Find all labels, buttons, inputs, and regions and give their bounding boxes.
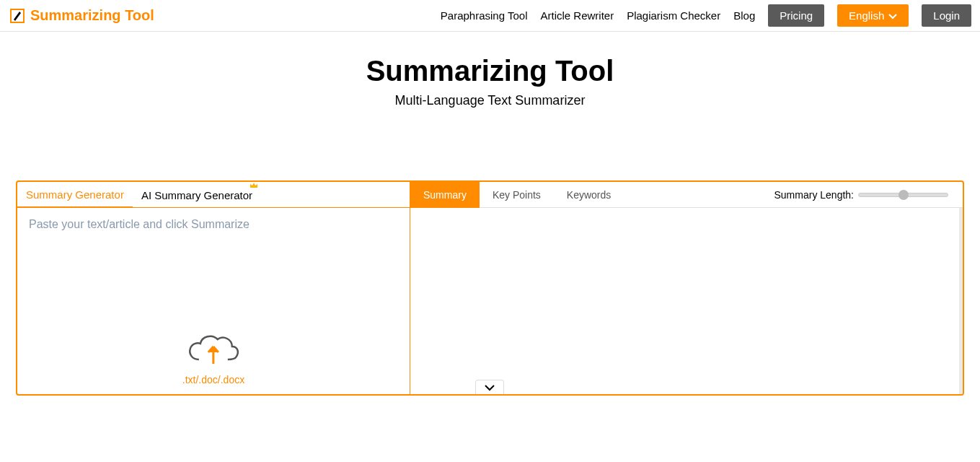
upload-file-types: .txt/.doc/.docx (182, 374, 244, 385)
nav-article-rewriter[interactable]: Article Rewriter (540, 9, 614, 22)
output-content (410, 208, 963, 394)
input-placeholder: Paste your text/article and click Summar… (29, 218, 398, 231)
nav: Paraphrasing Tool Article Rewriter Plagi… (441, 4, 971, 27)
summary-length-slider[interactable] (858, 193, 948, 197)
page-subtitle: Multi-Language Text Summarizer (0, 93, 980, 108)
language-label: English (849, 9, 884, 22)
cloud-upload-icon (185, 331, 242, 371)
tab-summary-generator[interactable]: Summary Generator (17, 182, 133, 208)
summary-length-control: Summary Length: (774, 189, 949, 201)
login-button[interactable]: Login (922, 4, 971, 27)
hero: Summarizing Tool Multi-Language Text Sum… (0, 55, 980, 108)
logo[interactable]: Summarizing Tool (9, 7, 154, 25)
slider-label: Summary Length: (774, 189, 855, 201)
language-dropdown[interactable]: English (837, 4, 909, 27)
output-tabs: Summary Key Points Keywords Summary Leng… (410, 182, 963, 208)
logo-icon (9, 7, 26, 25)
tab-summary[interactable]: Summary (410, 182, 480, 208)
page-title: Summarizing Tool (0, 55, 980, 87)
chevron-down-icon (888, 9, 897, 22)
tab-ai-label: AI Summary Generator (141, 189, 252, 201)
pricing-button[interactable]: Pricing (768, 4, 824, 27)
slider-thumb[interactable] (899, 190, 909, 200)
output-pane: Summary Key Points Keywords Summary Leng… (410, 182, 963, 394)
tab-keywords[interactable]: Keywords (554, 182, 624, 208)
chevron-down-icon (484, 381, 495, 394)
text-input-area[interactable]: Paste your text/article and click Summar… (17, 208, 410, 394)
expand-button[interactable] (475, 380, 504, 394)
nav-paraphrasing[interactable]: Paraphrasing Tool (441, 9, 528, 22)
input-pane: Summary Generator AI Summary Generator P… (17, 182, 410, 394)
upload-area[interactable]: .txt/.doc/.docx (182, 331, 244, 385)
tool-box: Summary Generator AI Summary Generator P… (16, 180, 964, 396)
nav-plagiarism-checker[interactable]: Plagiarism Checker (627, 9, 720, 22)
tab-ai-summary-generator[interactable]: AI Summary Generator (133, 182, 261, 208)
header: Summarizing Tool Paraphrasing Tool Artic… (0, 0, 980, 32)
input-tabs: Summary Generator AI Summary Generator (17, 182, 410, 208)
crown-icon (250, 180, 258, 191)
tab-key-points[interactable]: Key Points (480, 182, 554, 208)
logo-text: Summarizing Tool (30, 7, 154, 24)
nav-blog[interactable]: Blog (733, 9, 755, 22)
